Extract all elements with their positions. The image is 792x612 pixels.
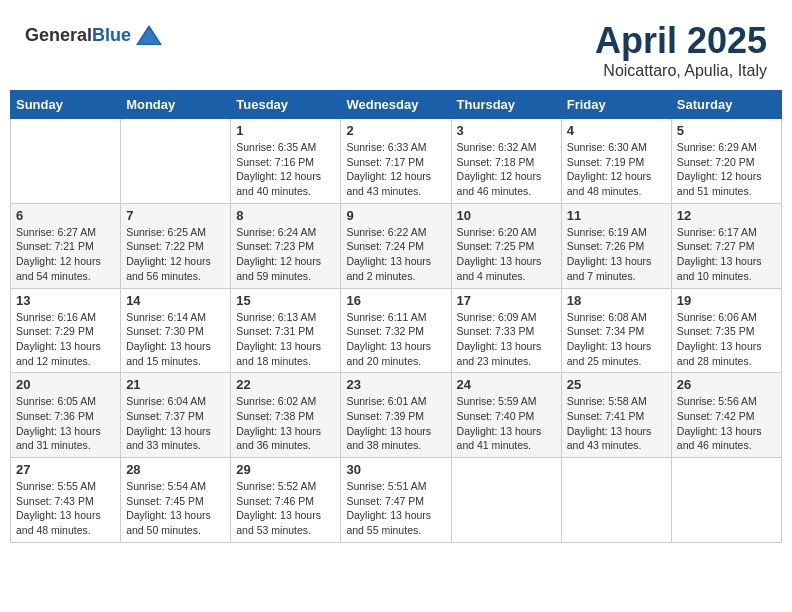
- cell-info: Sunrise: 6:06 AM Sunset: 7:35 PM Dayligh…: [677, 310, 776, 369]
- calendar-cell: 10Sunrise: 6:20 AM Sunset: 7:25 PM Dayli…: [451, 203, 561, 288]
- weekday-header-sunday: Sunday: [11, 91, 121, 119]
- month-year: April 2025: [595, 20, 767, 62]
- day-number: 6: [16, 208, 115, 223]
- weekday-header-thursday: Thursday: [451, 91, 561, 119]
- logo-blue: Blue: [92, 25, 131, 45]
- calendar-cell: 13Sunrise: 6:16 AM Sunset: 7:29 PM Dayli…: [11, 288, 121, 373]
- day-number: 12: [677, 208, 776, 223]
- day-number: 1: [236, 123, 335, 138]
- day-number: 5: [677, 123, 776, 138]
- day-number: 23: [346, 377, 445, 392]
- calendar-cell: 14Sunrise: 6:14 AM Sunset: 7:30 PM Dayli…: [121, 288, 231, 373]
- calendar-cell: 2Sunrise: 6:33 AM Sunset: 7:17 PM Daylig…: [341, 119, 451, 204]
- calendar-cell: [671, 458, 781, 543]
- calendar-cell: 11Sunrise: 6:19 AM Sunset: 7:26 PM Dayli…: [561, 203, 671, 288]
- cell-info: Sunrise: 6:09 AM Sunset: 7:33 PM Dayligh…: [457, 310, 556, 369]
- cell-info: Sunrise: 6:14 AM Sunset: 7:30 PM Dayligh…: [126, 310, 225, 369]
- day-number: 14: [126, 293, 225, 308]
- calendar-cell: 25Sunrise: 5:58 AM Sunset: 7:41 PM Dayli…: [561, 373, 671, 458]
- day-number: 29: [236, 462, 335, 477]
- day-number: 9: [346, 208, 445, 223]
- cell-info: Sunrise: 6:17 AM Sunset: 7:27 PM Dayligh…: [677, 225, 776, 284]
- calendar-cell: 12Sunrise: 6:17 AM Sunset: 7:27 PM Dayli…: [671, 203, 781, 288]
- day-number: 2: [346, 123, 445, 138]
- calendar-cell: 3Sunrise: 6:32 AM Sunset: 7:18 PM Daylig…: [451, 119, 561, 204]
- calendar-cell: [11, 119, 121, 204]
- day-number: 10: [457, 208, 556, 223]
- cell-info: Sunrise: 5:51 AM Sunset: 7:47 PM Dayligh…: [346, 479, 445, 538]
- calendar-cell: [561, 458, 671, 543]
- cell-info: Sunrise: 5:59 AM Sunset: 7:40 PM Dayligh…: [457, 394, 556, 453]
- cell-info: Sunrise: 6:24 AM Sunset: 7:23 PM Dayligh…: [236, 225, 335, 284]
- day-number: 4: [567, 123, 666, 138]
- calendar-cell: 6Sunrise: 6:27 AM Sunset: 7:21 PM Daylig…: [11, 203, 121, 288]
- day-number: 27: [16, 462, 115, 477]
- day-number: 19: [677, 293, 776, 308]
- day-number: 11: [567, 208, 666, 223]
- calendar-cell: 21Sunrise: 6:04 AM Sunset: 7:37 PM Dayli…: [121, 373, 231, 458]
- calendar-cell: 26Sunrise: 5:56 AM Sunset: 7:42 PM Dayli…: [671, 373, 781, 458]
- day-number: 16: [346, 293, 445, 308]
- day-number: 20: [16, 377, 115, 392]
- week-row-4: 20Sunrise: 6:05 AM Sunset: 7:36 PM Dayli…: [11, 373, 782, 458]
- weekday-header-row: SundayMondayTuesdayWednesdayThursdayFrid…: [11, 91, 782, 119]
- weekday-header-monday: Monday: [121, 91, 231, 119]
- week-row-3: 13Sunrise: 6:16 AM Sunset: 7:29 PM Dayli…: [11, 288, 782, 373]
- cell-info: Sunrise: 6:19 AM Sunset: 7:26 PM Dayligh…: [567, 225, 666, 284]
- day-number: 13: [16, 293, 115, 308]
- day-number: 8: [236, 208, 335, 223]
- calendar-cell: [121, 119, 231, 204]
- day-number: 26: [677, 377, 776, 392]
- logo-general: General: [25, 25, 92, 45]
- cell-info: Sunrise: 6:32 AM Sunset: 7:18 PM Dayligh…: [457, 140, 556, 199]
- calendar-cell: 17Sunrise: 6:09 AM Sunset: 7:33 PM Dayli…: [451, 288, 561, 373]
- calendar-cell: 4Sunrise: 6:30 AM Sunset: 7:19 PM Daylig…: [561, 119, 671, 204]
- calendar-cell: [451, 458, 561, 543]
- calendar-cell: 22Sunrise: 6:02 AM Sunset: 7:38 PM Dayli…: [231, 373, 341, 458]
- cell-info: Sunrise: 5:54 AM Sunset: 7:45 PM Dayligh…: [126, 479, 225, 538]
- logo: GeneralBlue: [25, 20, 164, 50]
- day-number: 3: [457, 123, 556, 138]
- calendar-cell: 27Sunrise: 5:55 AM Sunset: 7:43 PM Dayli…: [11, 458, 121, 543]
- calendar-cell: 30Sunrise: 5:51 AM Sunset: 7:47 PM Dayli…: [341, 458, 451, 543]
- calendar-cell: 24Sunrise: 5:59 AM Sunset: 7:40 PM Dayli…: [451, 373, 561, 458]
- cell-info: Sunrise: 6:16 AM Sunset: 7:29 PM Dayligh…: [16, 310, 115, 369]
- calendar-cell: 16Sunrise: 6:11 AM Sunset: 7:32 PM Dayli…: [341, 288, 451, 373]
- title-block: April 2025 Noicattaro, Apulia, Italy: [595, 20, 767, 80]
- cell-info: Sunrise: 6:33 AM Sunset: 7:17 PM Dayligh…: [346, 140, 445, 199]
- calendar-cell: 20Sunrise: 6:05 AM Sunset: 7:36 PM Dayli…: [11, 373, 121, 458]
- calendar-cell: 8Sunrise: 6:24 AM Sunset: 7:23 PM Daylig…: [231, 203, 341, 288]
- day-number: 21: [126, 377, 225, 392]
- week-row-2: 6Sunrise: 6:27 AM Sunset: 7:21 PM Daylig…: [11, 203, 782, 288]
- calendar-cell: 15Sunrise: 6:13 AM Sunset: 7:31 PM Dayli…: [231, 288, 341, 373]
- day-number: 15: [236, 293, 335, 308]
- day-number: 7: [126, 208, 225, 223]
- cell-info: Sunrise: 6:02 AM Sunset: 7:38 PM Dayligh…: [236, 394, 335, 453]
- day-number: 24: [457, 377, 556, 392]
- calendar-cell: 19Sunrise: 6:06 AM Sunset: 7:35 PM Dayli…: [671, 288, 781, 373]
- cell-info: Sunrise: 6:20 AM Sunset: 7:25 PM Dayligh…: [457, 225, 556, 284]
- location: Noicattaro, Apulia, Italy: [595, 62, 767, 80]
- cell-info: Sunrise: 5:55 AM Sunset: 7:43 PM Dayligh…: [16, 479, 115, 538]
- day-number: 18: [567, 293, 666, 308]
- cell-info: Sunrise: 6:30 AM Sunset: 7:19 PM Dayligh…: [567, 140, 666, 199]
- calendar-cell: 1Sunrise: 6:35 AM Sunset: 7:16 PM Daylig…: [231, 119, 341, 204]
- cell-info: Sunrise: 6:04 AM Sunset: 7:37 PM Dayligh…: [126, 394, 225, 453]
- cell-info: Sunrise: 5:58 AM Sunset: 7:41 PM Dayligh…: [567, 394, 666, 453]
- logo-icon: [134, 20, 164, 50]
- calendar-cell: 7Sunrise: 6:25 AM Sunset: 7:22 PM Daylig…: [121, 203, 231, 288]
- calendar-cell: 18Sunrise: 6:08 AM Sunset: 7:34 PM Dayli…: [561, 288, 671, 373]
- svg-marker-1: [138, 28, 160, 44]
- weekday-header-friday: Friday: [561, 91, 671, 119]
- cell-info: Sunrise: 6:13 AM Sunset: 7:31 PM Dayligh…: [236, 310, 335, 369]
- cell-info: Sunrise: 6:25 AM Sunset: 7:22 PM Dayligh…: [126, 225, 225, 284]
- cell-info: Sunrise: 6:11 AM Sunset: 7:32 PM Dayligh…: [346, 310, 445, 369]
- page-header: GeneralBlue April 2025 Noicattaro, Apuli…: [10, 10, 782, 85]
- day-number: 25: [567, 377, 666, 392]
- cell-info: Sunrise: 6:22 AM Sunset: 7:24 PM Dayligh…: [346, 225, 445, 284]
- calendar-cell: 9Sunrise: 6:22 AM Sunset: 7:24 PM Daylig…: [341, 203, 451, 288]
- weekday-header-tuesday: Tuesday: [231, 91, 341, 119]
- cell-info: Sunrise: 5:56 AM Sunset: 7:42 PM Dayligh…: [677, 394, 776, 453]
- cell-info: Sunrise: 6:35 AM Sunset: 7:16 PM Dayligh…: [236, 140, 335, 199]
- calendar-cell: 28Sunrise: 5:54 AM Sunset: 7:45 PM Dayli…: [121, 458, 231, 543]
